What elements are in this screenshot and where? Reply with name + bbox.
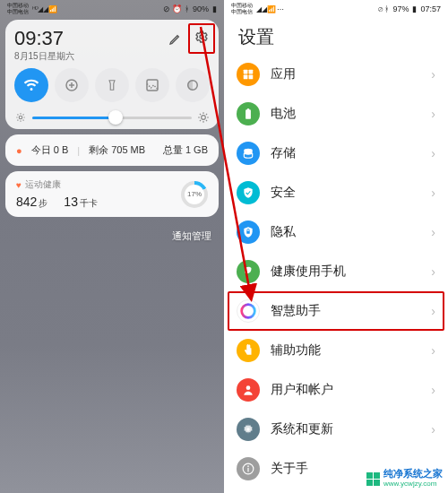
shade-date: 8月15日星期六 [14,50,210,63]
health-title: 运动健康 [25,178,61,191]
health-kcal: 13千卡 [64,195,98,210]
system-gear-icon [237,418,260,441]
shade-panel: 09:37 8月15日星期六 [5,20,219,129]
notification-manage-link[interactable]: 通知管理 [0,222,224,243]
phone-settings: 中国移动 中国电信 ◢ ◢ 📶 ⋯ ⊘ ᚼ 97% ▮ 07:57 设置 应用 … [224,0,448,493]
brightness-slider[interactable] [14,111,210,124]
health-steps: 842步 [16,195,47,210]
settings-gear-icon[interactable] [194,30,209,44]
settings-page-title: 设置 [224,16,448,55]
chevron-right-icon: › [431,422,435,437]
shield-check-icon [237,181,260,204]
data-total: 总量 1 GB [163,143,208,157]
tutorial-two-panel: 中国移动 中国电信 ᴴᴰ◢ ◢ 📶 ⊘ ⏰ ᚼ 90% ▮ 09:37 8月15… [0,0,448,493]
carrier-2: 中国电信 [7,9,29,15]
svg-rect-10 [244,75,248,80]
brightness-thumb[interactable] [108,110,123,125]
health-card[interactable]: ♥ 运动健康 842步 13千卡 17% [5,171,219,217]
battery-icon-r: ▮ [412,4,417,13]
chevron-right-icon: › [431,264,435,279]
health-progress-ring: 17% [181,181,208,208]
watermark-name: 纯净系统之家 [383,469,443,479]
svg-rect-9 [249,70,254,74]
watermark-url: www.ycwjzy.com [383,479,443,489]
info-icon [237,457,260,480]
battery-pct-r: 97% [392,4,409,13]
svg-point-17 [246,385,251,390]
brightness-low-icon [14,111,27,124]
chevron-right-icon: › [431,225,435,239]
highlight-assistant [228,291,444,331]
watermark-logo-icon [366,472,380,486]
data-today: 今日 0 B [31,143,69,157]
settings-label: 安全 [271,185,420,201]
settings-item-security[interactable]: 安全 › [224,173,448,212]
svg-point-0 [200,35,203,39]
battery-icon: ▮ [212,4,217,13]
settings-label: 隐私 [271,224,420,240]
phone-notification-shade: 中国移动 中国电信 ᴴᴰ◢ ◢ 📶 ⊘ ⏰ ᚼ 90% ▮ 09:37 8月15… [0,0,224,493]
settings-item-apps[interactable]: 应用 › [224,55,448,94]
svg-point-6 [19,116,22,119]
data-remain: 剩余 705 MB [89,143,145,157]
settings-item-storage[interactable]: 存储 › [224,134,448,173]
qs-eye-comfort[interactable] [176,68,210,102]
data-usage-card[interactable]: ● 今日 0 B | 剩余 705 MB 总量 1 GB [5,134,219,166]
signal-icons-r: ◢ ◢ 📶 ⋯ [256,5,283,13]
settings-label: 存储 [271,145,420,161]
settings-list: 应用 › 电池 › 存储 › 安全 › 隐私 › [224,55,448,489]
heart-icon: ♥ [16,180,22,190]
privacy-shield-icon [237,221,260,244]
chevron-right-icon: › [431,343,435,358]
settings-label: 健康使用手机 [271,264,420,280]
settings-item-accessibility[interactable]: 辅助功能 › [224,331,448,370]
svg-rect-15 [246,231,250,234]
chevron-right-icon: › [431,383,435,397]
highlight-gear [188,23,215,54]
carrier-1: 中国移动 [7,3,29,9]
settings-item-digital-balance[interactable]: 健康使用手机 › [224,252,448,291]
settings-label: 应用 [271,66,420,82]
settings-item-smart-assistant[interactable]: 智慧助手 › [224,291,448,331]
qs-screenshot[interactable] [135,68,169,102]
qs-flashlight[interactable] [95,68,129,102]
data-dot-icon: ● [16,145,22,156]
qs-auto-rotate[interactable] [55,68,89,102]
carrier-2-r: 中国电信 [231,9,253,15]
storage-icon [237,142,260,165]
svg-point-20 [247,465,249,467]
svg-rect-11 [249,75,254,80]
svg-rect-13 [247,108,249,110]
settings-item-accounts[interactable]: 用户和帐户 › [224,370,448,410]
signal-icons: ᴴᴰ◢ ◢ 📶 [32,5,56,13]
quick-settings-row [14,68,210,102]
svg-rect-12 [246,109,251,118]
edit-shade-icon[interactable] [168,31,183,46]
settings-label: 系统和更新 [271,421,420,437]
settings-label: 电池 [271,106,420,122]
chevron-right-icon: › [431,146,435,160]
alarm-bt-icons: ⊘ ⏰ ᚼ [163,4,189,13]
svg-rect-21 [247,468,248,472]
battery-icon [237,102,260,125]
svg-rect-8 [244,70,248,74]
settings-item-system[interactable]: 系统和更新 › [224,410,448,449]
chevron-right-icon: › [431,67,435,82]
settings-label: 用户和帐户 [271,382,420,398]
user-icon [237,378,260,402]
status-icons-r: ⊘ ᚼ [378,4,390,13]
svg-point-7 [202,116,206,120]
qs-wifi[interactable] [14,68,48,102]
settings-item-battery[interactable]: 电池 › [224,94,448,134]
apps-icon [237,63,260,86]
status-bar-right: 中国移动 中国电信 ◢ ◢ 📶 ⋯ ⊘ ᚼ 97% ▮ 07:57 [224,0,448,16]
watermark: 纯净系统之家 www.ycwjzy.com [365,468,444,489]
settings-label: 辅助功能 [271,342,420,359]
settings-item-privacy[interactable]: 隐私 › [224,212,448,252]
clock-r: 07:57 [420,4,441,13]
battery-pct: 90% [193,4,209,13]
carrier-1-r: 中国移动 [231,3,253,9]
svg-rect-4 [147,80,158,91]
leaf-icon [237,260,260,283]
hand-icon [237,339,260,362]
